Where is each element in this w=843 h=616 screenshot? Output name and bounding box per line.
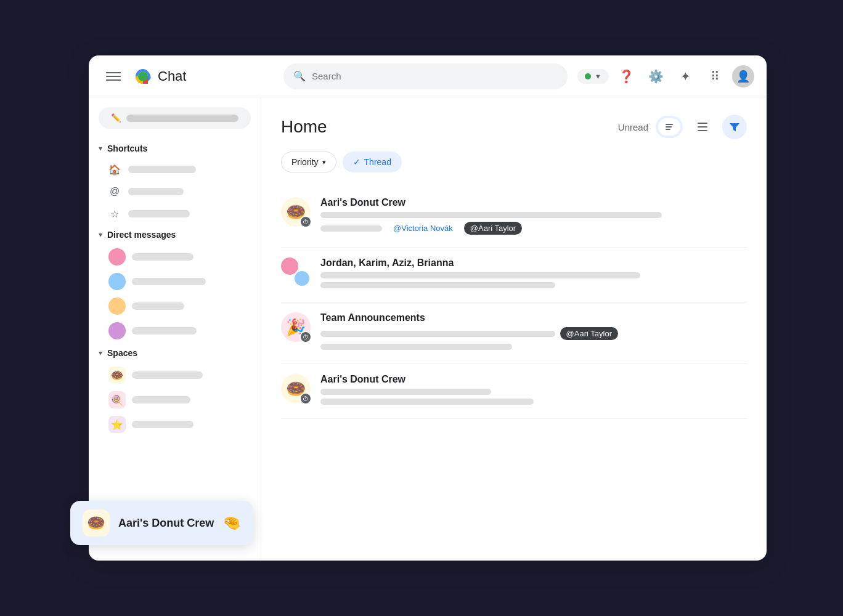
menu-button[interactable]: [101, 64, 126, 89]
dm-avatar-4: [108, 322, 126, 339]
user-avatar-button[interactable]: 👤: [732, 65, 754, 87]
dm-item-4[interactable]: [89, 318, 251, 343]
dm-name-2: [132, 278, 206, 285]
search-icon: 🔍: [293, 70, 306, 82]
shortcuts-section-header[interactable]: ▾ Shortcuts: [89, 139, 261, 158]
thread-badge-3: ⏱: [299, 331, 312, 343]
thread-line2-2: [320, 282, 555, 288]
space-icon-2: 🍭: [108, 391, 126, 408]
chat-logo-icon: [133, 67, 153, 86]
toggle-icon: [664, 122, 674, 132]
header-actions: Unread: [618, 115, 747, 139]
main-window: Chat 🔍 ▼ ❓ ⚙️ ✦: [89, 55, 767, 561]
spaces-title: Spaces: [107, 348, 137, 358]
sidebar-item-starred[interactable]: ☆: [89, 203, 251, 225]
unread-toggle[interactable]: [658, 118, 680, 136]
thread-body-3: Team Announcements @Aari Taylor: [320, 312, 747, 354]
thread-tags-1: @Victoria Novák @Aari Taylor: [320, 222, 747, 235]
space-item-3[interactable]: ⭐: [89, 412, 251, 437]
thread-name-3: Team Announcements: [320, 312, 747, 323]
thread-avatar-wrap-1: 🍩 ⏱: [281, 197, 311, 227]
thread-item-4[interactable]: 🍩 ⏱ Aari's Donut Crew: [281, 364, 747, 419]
hamburger-icon: [106, 69, 121, 84]
thread-badge-4: ⏱: [299, 392, 312, 405]
shortcuts-chevron-icon: ▾: [99, 144, 102, 153]
search-bar[interactable]: 🔍: [283, 63, 568, 89]
filter-button[interactable]: [722, 115, 747, 139]
space-item-2[interactable]: 🍭: [89, 387, 251, 412]
svg-rect-1: [666, 124, 673, 125]
dm-avatar-3: [108, 298, 126, 315]
unread-toggle-wrap: [656, 116, 683, 138]
list-view-button[interactable]: [690, 115, 715, 139]
new-chat-icon: ✏️: [111, 113, 121, 123]
thread-line1-3: [320, 331, 555, 337]
thread-avatar-wrap-4: 🍩 ⏱: [281, 374, 311, 403]
mention-tag-aari-3: @Aari Taylor: [560, 327, 618, 340]
new-chat-button[interactable]: ✏️: [99, 107, 251, 129]
dm-item-1[interactable]: [89, 245, 251, 269]
thread-body-1: Aari's Donut Crew @Victoria Novák @Aari …: [320, 197, 747, 237]
thread-badge-1: ⏱: [299, 216, 312, 228]
space-tooltip[interactable]: 🍩 Aari's Donut Crew 🤏: [70, 501, 253, 545]
sidebar-item-home[interactable]: 🏠: [89, 158, 251, 180]
thread-check-icon: ✓: [353, 157, 360, 167]
dm-name-3: [132, 302, 184, 310]
gemini-icon: ✦: [680, 69, 691, 84]
thread-list: 🍩 ⏱ Aari's Donut Crew @Victoria Novák @A…: [281, 187, 747, 419]
thread-item-1[interactable]: 🍩 ⏱ Aari's Donut Crew @Victoria Novák @A…: [281, 187, 747, 248]
space-item-1[interactable]: 🍩: [89, 363, 251, 387]
list-view-icon: [696, 121, 709, 133]
settings-button[interactable]: ⚙️: [643, 64, 668, 89]
thread-avatar-wrap-2: [281, 257, 311, 287]
apps-icon: ⠿: [711, 69, 720, 84]
spaces-chevron-icon: ▾: [99, 349, 102, 357]
mention-tag-victoria: @Victoria Novák: [387, 222, 459, 235]
priority-chip-label: Priority: [291, 157, 319, 167]
space-name-2: [132, 396, 190, 403]
sidebar-item-mentions[interactable]: @: [89, 180, 251, 203]
thread-line-short-1: [320, 225, 382, 232]
thread-avatar-wrap-3: 🎉 ⏱: [281, 312, 311, 342]
thread-item-2[interactable]: Jordan, Karim, Aziz, Brianna: [281, 248, 747, 302]
dm-name-1: [132, 253, 193, 261]
search-input[interactable]: [312, 71, 558, 81]
dm-name-4: [132, 327, 197, 334]
help-button[interactable]: ❓: [614, 64, 638, 89]
thread-line1-2: [320, 272, 640, 278]
spaces-section-header[interactable]: ▾ Spaces: [89, 343, 261, 363]
gemini-button[interactable]: ✦: [673, 64, 698, 89]
unread-label: Unread: [618, 122, 648, 132]
space-icon-1: 🍩: [108, 367, 126, 384]
starred-icon: ☆: [108, 208, 121, 220]
dm-item-2[interactable]: [89, 269, 251, 294]
dm-avatar-2: [108, 273, 126, 290]
priority-chip[interactable]: Priority ▾: [281, 152, 336, 172]
thread-line2-4: [320, 399, 534, 405]
dm-chevron-icon: ▾: [99, 230, 102, 239]
apps-button[interactable]: ⠿: [702, 64, 727, 89]
tooltip-space-name: Aari's Donut Crew: [118, 517, 214, 530]
dm-avatar-1: [108, 248, 126, 265]
mentions-icon: @: [108, 185, 121, 198]
mention-tag-aari-1: @Aari Taylor: [464, 222, 522, 235]
thread-item-3[interactable]: 🎉 ⏱ Team Announcements @Aari Taylor: [281, 302, 747, 364]
tooltip-space-icon: 🍩: [83, 509, 110, 537]
home-icon: 🏠: [108, 163, 121, 176]
dm-section-header[interactable]: ▾ Direct messages: [89, 225, 261, 245]
thread-chip[interactable]: ✓ Thread: [343, 152, 402, 172]
filter-chips: Priority ▾ ✓ Thread: [281, 152, 747, 172]
help-icon: ❓: [619, 69, 634, 84]
thread-name-2: Jordan, Karim, Aziz, Brianna: [320, 257, 747, 269]
thread-line2-3: [320, 344, 512, 350]
svg-rect-2: [666, 126, 672, 128]
app-logo: Chat: [133, 67, 186, 86]
content-header: Home Unread: [281, 115, 747, 139]
svg-rect-3: [666, 129, 670, 130]
starred-label: [128, 210, 190, 217]
status-button[interactable]: ▼: [577, 69, 609, 84]
topbar-right: ▼ ❓ ⚙️ ✦ ⠿ 👤: [577, 64, 754, 89]
dm-item-3[interactable]: [89, 294, 251, 318]
topbar-left: Chat: [101, 64, 274, 89]
thread-name-1: Aari's Donut Crew: [320, 197, 747, 208]
